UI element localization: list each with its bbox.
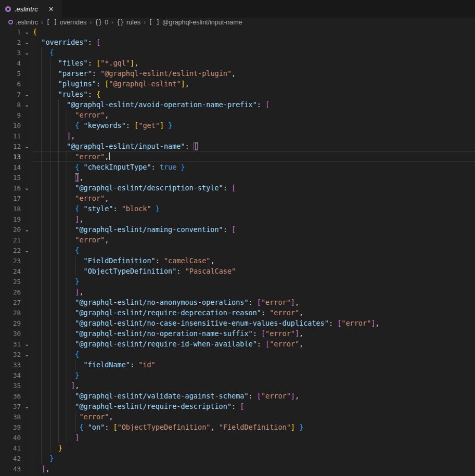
code-line[interactable]: 7⌄ "rules": { xyxy=(0,89,475,99)
code-text[interactable]: "@graphql-eslint/avoid-operation-name-pr… xyxy=(33,99,475,110)
breadcrumb-item-rules[interactable]: {}rules xyxy=(117,19,140,26)
fold-chevron-icon[interactable]: ⌄ xyxy=(21,401,33,411)
code-text[interactable]: "@graphql-eslint/validate-against-schema… xyxy=(33,391,475,401)
line-number[interactable]: 31 xyxy=(0,340,21,348)
line-number[interactable]: 6 xyxy=(0,80,21,88)
code-text[interactable]: ], xyxy=(33,287,475,297)
line-number[interactable]: 33 xyxy=(0,361,21,369)
code-line[interactable]: 35⌄ ], xyxy=(0,380,475,391)
code-line[interactable]: 18⌄ { "style": "block" } xyxy=(0,203,475,214)
line-number[interactable]: 35 xyxy=(0,382,21,390)
code-line[interactable]: 39⌄ { "on": ["ObjectTypeDefinition", "Fi… xyxy=(0,422,475,432)
fold-chevron-icon[interactable]: ⌄ xyxy=(21,224,33,235)
tab-eslintrc[interactable]: .eslintrc ✕ xyxy=(0,0,62,18)
code-text[interactable]: { "style": "block" } xyxy=(33,203,475,214)
fold-chevron-icon[interactable]: ⌄ xyxy=(21,141,33,151)
line-number[interactable]: 34 xyxy=(0,371,21,379)
code-line[interactable]: 19⌄ ], xyxy=(0,214,475,224)
line-number[interactable]: 4 xyxy=(0,59,21,67)
code-text[interactable]: "rules": { xyxy=(33,89,475,99)
code-text[interactable]: { "checkInputType": true } xyxy=(33,162,475,172)
code-line[interactable]: 42⌄ } xyxy=(0,453,475,464)
code-line[interactable]: 27⌄ "@graphql-eslint/no-anonymous-operat… xyxy=(0,297,475,307)
code-text[interactable]: "error", xyxy=(33,235,475,245)
line-number[interactable]: 19 xyxy=(0,215,21,223)
code-text[interactable]: "@graphql-eslint/require-description": [ xyxy=(33,401,475,411)
code-line[interactable]: 24⌄ "ObjectTypeDefinition": "PascalCase" xyxy=(0,266,475,276)
code-line[interactable]: 26⌄ ], xyxy=(0,287,475,297)
code-text[interactable]: { xyxy=(33,27,475,37)
code-line[interactable]: 13⌄ "error", xyxy=(0,151,475,162)
code-text[interactable]: "error", xyxy=(33,193,475,203)
code-line[interactable]: 12⌄ "@graphql-eslint/input-name": [ xyxy=(0,141,475,151)
code-text[interactable]: "files": ["*.gql"], xyxy=(33,58,475,68)
code-line[interactable]: 1⌄{ xyxy=(0,27,475,37)
code-text[interactable]: "@graphql-eslint/no-case-insensitive-enu… xyxy=(33,318,475,328)
code-line[interactable]: 38⌄ "error", xyxy=(0,411,475,422)
code-line[interactable]: 33⌄ "fieldName": "id" xyxy=(0,359,475,370)
code-line[interactable]: 17⌄ "error", xyxy=(0,193,475,203)
line-number[interactable]: 14 xyxy=(0,163,21,171)
line-number[interactable]: 22 xyxy=(0,247,21,254)
line-number[interactable]: 17 xyxy=(0,195,21,202)
code-text[interactable]: "@graphql-eslint/require-id-when-availab… xyxy=(33,339,475,349)
code-line[interactable]: 43⌄ ], xyxy=(0,464,475,474)
code-line[interactable]: 32⌄ { xyxy=(0,349,475,359)
line-number[interactable]: 18 xyxy=(0,205,21,213)
code-text[interactable]: } xyxy=(33,443,475,453)
line-number[interactable]: 1 xyxy=(0,28,21,36)
fold-chevron-icon[interactable]: ⌄ xyxy=(21,47,33,58)
code-text[interactable]: ], xyxy=(33,380,475,391)
line-number[interactable]: 12 xyxy=(0,143,21,150)
line-number[interactable]: 21 xyxy=(0,236,21,244)
code-text[interactable]: "@graphql-eslint/description-style": [ xyxy=(33,183,475,193)
code-line[interactable]: 20⌄ "@graphql-eslint/naming-convention":… xyxy=(0,224,475,235)
code-line[interactable]: 15⌄ ], xyxy=(0,172,475,183)
code-text[interactable]: "error", xyxy=(33,411,475,422)
code-text[interactable]: ] xyxy=(33,432,475,443)
code-text[interactable]: "plugins": ["@graphql-eslint"], xyxy=(33,79,475,89)
fold-chevron-icon[interactable]: ⌄ xyxy=(21,245,33,255)
code-line[interactable]: 11⌄ ], xyxy=(0,131,475,141)
line-number[interactable]: 26 xyxy=(0,288,21,296)
code-text[interactable]: } xyxy=(33,370,475,380)
code-text[interactable]: ], xyxy=(33,172,475,183)
code-text[interactable]: "@graphql-eslint/input-name": [ xyxy=(33,141,475,151)
line-number[interactable]: 30 xyxy=(0,330,21,338)
code-line[interactable]: 29⌄ "@graphql-eslint/no-case-insensitive… xyxy=(0,318,475,328)
line-number[interactable]: 2 xyxy=(0,38,21,46)
code-text[interactable]: { xyxy=(33,47,475,58)
code-text[interactable]: "parser": "@graphql-eslint/eslint-plugin… xyxy=(33,68,475,79)
line-number[interactable]: 9 xyxy=(0,111,21,119)
fold-chevron-icon[interactable]: ⌄ xyxy=(21,37,33,47)
code-text[interactable]: ], xyxy=(33,214,475,224)
line-number[interactable]: 24 xyxy=(0,267,21,275)
line-number[interactable]: 3 xyxy=(0,49,21,57)
code-line[interactable]: 40⌄ ] xyxy=(0,432,475,443)
fold-chevron-icon[interactable]: ⌄ xyxy=(21,89,33,99)
code-text[interactable]: { xyxy=(33,349,475,359)
code-line[interactable]: 23⌄ "FieldDefinition": "camelCase", xyxy=(0,255,475,266)
line-number[interactable]: 8 xyxy=(0,101,21,109)
code-line[interactable]: 14⌄ { "checkInputType": true } xyxy=(0,162,475,172)
code-text[interactable]: "overrides": [ xyxy=(33,37,475,47)
code-line[interactable]: 10⌄ { "keywords": ["get"] } xyxy=(0,120,475,131)
fold-chevron-icon[interactable]: ⌄ xyxy=(21,27,33,37)
code-text[interactable]: } xyxy=(33,276,475,287)
code-line[interactable]: 37⌄ "@graphql-eslint/require-description… xyxy=(0,401,475,411)
code-text[interactable]: } xyxy=(33,453,475,464)
code-line[interactable]: 31⌄ "@graphql-eslint/require-id-when-ava… xyxy=(0,339,475,349)
line-number[interactable]: 41 xyxy=(0,444,21,452)
line-number[interactable]: 38 xyxy=(0,413,21,421)
line-number[interactable]: 37 xyxy=(0,403,21,410)
line-number[interactable]: 20 xyxy=(0,226,21,234)
breadcrumb-item--graphql-eslint-input-name[interactable]: [ ]@graphql-eslint/input-name xyxy=(149,19,242,26)
fold-chevron-icon[interactable]: ⌄ xyxy=(21,183,33,193)
line-number[interactable]: 36 xyxy=(0,392,21,400)
code-text[interactable]: "error", xyxy=(33,151,475,162)
line-number[interactable]: 11 xyxy=(0,132,21,140)
fold-chevron-icon[interactable]: ⌄ xyxy=(21,99,33,110)
code-line[interactable]: 8⌄ "@graphql-eslint/avoid-operation-name… xyxy=(0,99,475,110)
code-line[interactable]: 25⌄ } xyxy=(0,276,475,287)
code-text[interactable]: "error", xyxy=(33,110,475,120)
